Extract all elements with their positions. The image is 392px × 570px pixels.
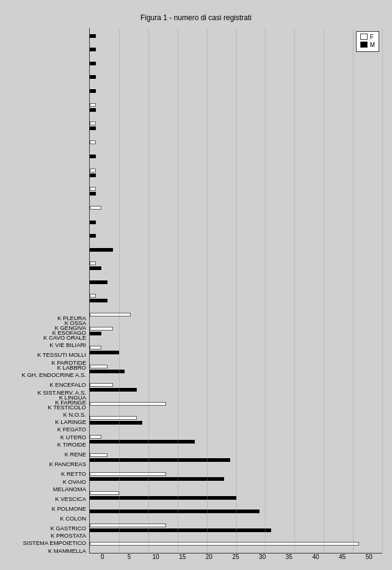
bar-m: [90, 458, 230, 462]
bar-f: [90, 542, 359, 546]
y-label: K PROSTATA: [10, 533, 89, 538]
y-label: K UTERO: [10, 434, 89, 440]
x-axis-label: 40: [302, 554, 329, 560]
x-axis-label: 25: [222, 554, 249, 560]
bar-f: [90, 169, 96, 172]
bar-m: [90, 234, 96, 238]
y-label: K PANCREAS: [10, 459, 89, 469]
bar-m: [90, 89, 96, 93]
bar-m: [90, 421, 142, 425]
bar-f: [90, 435, 101, 439]
bar-m: [90, 496, 236, 500]
grid-line: [236, 28, 237, 553]
grid-line: [324, 28, 324, 553]
y-label: K RENE: [10, 450, 89, 459]
legend-f-box: [360, 34, 368, 40]
bar-m: [90, 510, 260, 513]
x-axis-label: 15: [169, 554, 196, 560]
bar-f: [90, 294, 96, 298]
bar-f: [90, 103, 96, 107]
bar-f: [90, 524, 166, 527]
y-label: K VIE BILIARI: [10, 340, 89, 350]
grid-line: [207, 28, 208, 553]
bar-f: [90, 187, 96, 191]
bar-m: [90, 440, 195, 444]
chart-inner: K MAMMELLASISTEMA EMPOIETICOK PROSTATAK …: [10, 28, 382, 560]
legend-m: M: [360, 42, 375, 48]
legend-m-label: M: [370, 42, 375, 48]
x-axis-label: 30: [249, 554, 276, 560]
bar-m: [90, 351, 119, 354]
bar-m: [90, 126, 96, 130]
bar-m: [90, 155, 96, 158]
bar-m: [90, 192, 96, 195]
x-axis-label: 45: [329, 554, 356, 560]
bar-f: [90, 416, 137, 420]
y-label: K ENCEFALO: [10, 380, 89, 390]
bar-m: [90, 75, 96, 79]
bars-wrapper: F M: [89, 28, 382, 554]
bar-m: [90, 48, 96, 51]
y-label: K COLON: [10, 514, 89, 524]
legend-f: F: [360, 34, 375, 40]
bar-f: [90, 327, 113, 331]
x-axis-label: 50: [355, 554, 382, 560]
bar-m: [90, 477, 224, 481]
chart-container: Figura 1 - numero di casi registrati K M…: [7, 7, 385, 563]
bar-m: [90, 299, 107, 302]
grid-line: [265, 28, 266, 553]
bar-f: [90, 206, 101, 210]
grid-line: [382, 28, 383, 553]
x-axis-label: 10: [142, 554, 169, 560]
y-label: K RETTO: [10, 469, 89, 479]
bar-m: [90, 221, 96, 224]
bar-f: [90, 472, 166, 476]
grid-line: [148, 28, 149, 553]
x-axis-label: 5: [116, 554, 143, 560]
grid-line: [119, 28, 120, 553]
y-label: K TIROIDE: [10, 440, 89, 450]
y-label: K LABBRO: [10, 365, 89, 370]
grid-line: [178, 28, 178, 553]
y-label: K VESCICA: [10, 494, 89, 504]
bar-m: [90, 280, 107, 284]
y-label: MELANOMA: [10, 484, 89, 494]
bar-f: [90, 313, 131, 316]
bar-f: [90, 383, 113, 387]
y-label: K LARINGE: [10, 420, 89, 425]
grid-line: [353, 28, 354, 553]
bar-f: [90, 402, 166, 406]
y-label: K TESSUTI MOLLI: [10, 350, 89, 360]
bar-f: [90, 141, 96, 144]
y-label: K FEGATO: [10, 425, 89, 434]
y-labels: K MAMMELLASISTEMA EMPOIETICOK PROSTATAK …: [10, 28, 89, 554]
y-label: K GH. ENDOCRINE A.S.: [10, 370, 89, 380]
bar-f: [90, 365, 107, 368]
bar-f: [90, 491, 119, 495]
x-axis-label: 35: [275, 554, 302, 560]
bar-f: [90, 122, 96, 125]
x-axis-labels: 05101520253035404550: [10, 554, 382, 560]
bar-m: [90, 108, 96, 112]
bar-m: [90, 174, 96, 177]
chart-title: Figura 1 - numero di casi registrati: [140, 13, 252, 22]
x-axis-label: 20: [196, 554, 223, 560]
y-label: K TESTICOLO: [10, 405, 89, 410]
bar-m: [90, 248, 113, 252]
bar-f: [90, 261, 96, 265]
legend-m-box: [360, 42, 368, 48]
bar-m: [90, 266, 101, 270]
x-axis-label: 0: [89, 554, 116, 560]
main-chart: K MAMMELLASISTEMA EMPOIETICOK PROSTATAK …: [10, 28, 382, 554]
y-label: K CAVO ORALE: [10, 335, 89, 340]
bar-m: [90, 528, 271, 532]
bar-f: [90, 346, 101, 349]
y-label: K OVAIO: [10, 479, 89, 484]
bar-f: [90, 453, 107, 457]
y-label: K MAMMELLA: [10, 548, 89, 554]
y-label: K POLMONE: [10, 504, 89, 514]
chart-legend: F M: [356, 31, 379, 52]
bar-m: [90, 332, 101, 335]
y-label: SISTEMA EMPOIETICO: [10, 538, 89, 548]
bar-m: [90, 388, 137, 392]
